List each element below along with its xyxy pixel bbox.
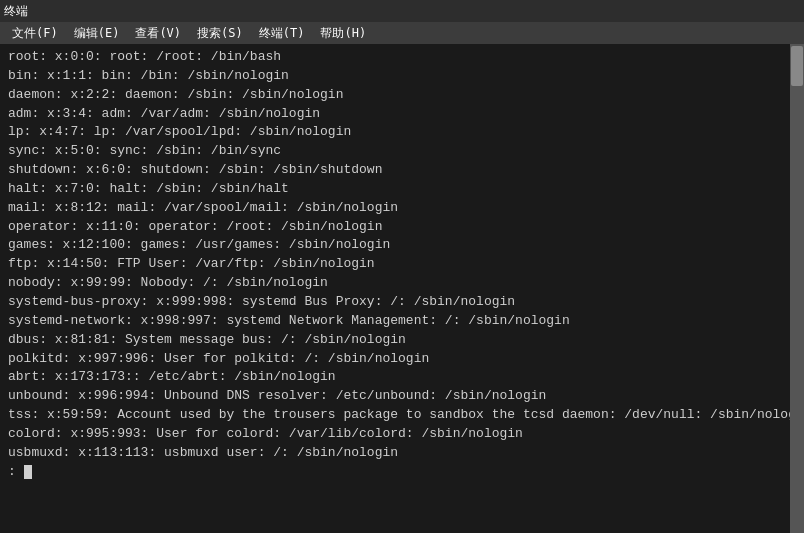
menu-help[interactable]: 帮助(H)	[312, 23, 374, 44]
terminal-window: 终端 文件(F) 编辑(E) 查看(V) 搜索(S) 终端(T) 帮助(H) r…	[0, 0, 804, 533]
terminal-line: operator: x:11:0: operator: /root: /sbin…	[8, 218, 782, 237]
terminal-line: systemd-bus-proxy: x:999:998: systemd Bu…	[8, 293, 782, 312]
terminal-line: usbmuxd: x:113:113: usbmuxd user: /: /sb…	[8, 444, 782, 463]
titlebar-text: 终端	[4, 3, 28, 20]
terminal-line: lp: x:4:7: lp: /var/spool/lpd: /sbin/nol…	[8, 123, 782, 142]
terminal-line: mail: x:8:12: mail: /var/spool/mail: /sb…	[8, 199, 782, 218]
menu-view[interactable]: 查看(V)	[127, 23, 189, 44]
terminal-line: shutdown: x:6:0: shutdown: /sbin: /sbin/…	[8, 161, 782, 180]
terminal-wrapper: root: x:0:0: root: /root: /bin/bashbin: …	[0, 44, 804, 533]
terminal-line: systemd-network: x:998:997: systemd Netw…	[8, 312, 782, 331]
terminal-line: games: x:12:100: games: /usr/games: /sbi…	[8, 236, 782, 255]
terminal-line: daemon: x:2:2: daemon: /sbin: /sbin/nolo…	[8, 86, 782, 105]
menu-search[interactable]: 搜索(S)	[189, 23, 251, 44]
menu-file[interactable]: 文件(F)	[4, 23, 66, 44]
terminal-line: root: x:0:0: root: /root: /bin/bash	[8, 48, 782, 67]
titlebar: 终端	[0, 0, 804, 22]
terminal-line: bin: x:1:1: bin: /bin: /sbin/nologin	[8, 67, 782, 86]
scrollbar[interactable]	[790, 44, 804, 533]
terminal-line: unbound: x:996:994: Unbound DNS resolver…	[8, 387, 782, 406]
terminal-line: tss: x:59:59: Account used by the trouse…	[8, 406, 782, 425]
menubar[interactable]: 文件(F) 编辑(E) 查看(V) 搜索(S) 终端(T) 帮助(H)	[0, 22, 804, 44]
terminal-line: dbus: x:81:81: System message bus: /: /s…	[8, 331, 782, 350]
menu-edit[interactable]: 编辑(E)	[66, 23, 128, 44]
terminal-line: adm: x:3:4: adm: /var/adm: /sbin/nologin	[8, 105, 782, 124]
terminal-line: polkitd: x:997:996: User for polkitd: /:…	[8, 350, 782, 369]
menu-terminal[interactable]: 终端(T)	[251, 23, 313, 44]
terminal-content[interactable]: root: x:0:0: root: /root: /bin/bashbin: …	[0, 44, 790, 533]
terminal-line: ftp: x:14:50: FTP User: /var/ftp: /sbin/…	[8, 255, 782, 274]
terminal-line: abrt: x:173:173:: /etc/abrt: /sbin/nolog…	[8, 368, 782, 387]
terminal-line: sync: x:5:0: sync: /sbin: /bin/sync	[8, 142, 782, 161]
terminal-cursor	[24, 465, 32, 479]
terminal-line: nobody: x:99:99: Nobody: /: /sbin/nologi…	[8, 274, 782, 293]
terminal-line: colord: x:995:993: User for colord: /var…	[8, 425, 782, 444]
terminal-line: :	[8, 463, 782, 482]
scrollbar-thumb[interactable]	[791, 46, 803, 86]
terminal-line: halt: x:7:0: halt: /sbin: /sbin/halt	[8, 180, 782, 199]
